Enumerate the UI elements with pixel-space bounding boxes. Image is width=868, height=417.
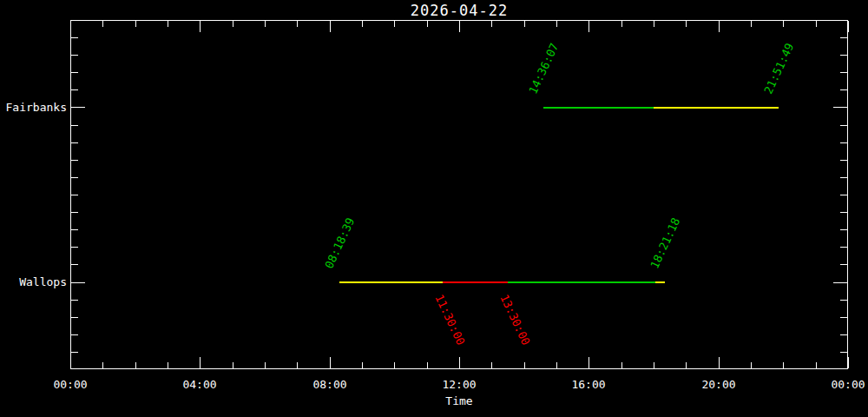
x-minor-tick	[297, 21, 298, 27]
x-minor-tick	[394, 21, 395, 27]
timeline-segment-green	[543, 107, 654, 109]
x-minor-tick	[654, 362, 654, 368]
y-minor-tick	[71, 334, 78, 335]
x-minor-tick	[394, 362, 395, 368]
x-tick-label: 12:00	[442, 378, 476, 391]
x-minor-tick	[102, 362, 103, 368]
y-minor-tick	[71, 37, 78, 38]
x-major-tick	[719, 357, 720, 368]
x-minor-tick	[783, 362, 784, 368]
y-minor-tick	[840, 352, 847, 353]
x-major-tick	[200, 357, 201, 368]
x-minor-tick	[816, 362, 817, 368]
x-tick-label: 00:00	[53, 378, 87, 391]
x-minor-tick	[556, 21, 557, 27]
x-major-tick	[459, 357, 460, 368]
x-tick-label: 00:00	[831, 378, 865, 391]
x-minor-tick	[427, 362, 428, 368]
x-minor-tick	[362, 362, 363, 368]
x-minor-tick	[135, 21, 136, 27]
x-minor-tick	[362, 21, 363, 27]
y-major-tick	[833, 282, 847, 283]
y-minor-tick	[840, 37, 847, 38]
x-minor-tick	[102, 21, 103, 27]
y-minor-tick	[71, 317, 78, 318]
y-minor-tick	[840, 72, 847, 73]
x-minor-tick	[686, 21, 687, 27]
plot-frame	[70, 20, 848, 369]
y-minor-tick	[71, 195, 78, 195]
y-minor-tick	[71, 55, 78, 56]
y-minor-tick	[71, 142, 78, 143]
x-minor-tick	[556, 362, 557, 368]
y-minor-tick	[840, 264, 847, 265]
y-minor-tick	[840, 334, 847, 335]
x-minor-tick	[297, 362, 298, 368]
x-minor-tick	[491, 21, 492, 27]
y-minor-tick	[840, 177, 847, 178]
x-major-tick	[459, 21, 460, 32]
y-minor-tick	[71, 352, 78, 353]
x-minor-tick	[524, 362, 525, 368]
x-major-tick	[330, 357, 331, 368]
y-minor-tick	[71, 177, 78, 178]
x-tick-label: 20:00	[701, 378, 735, 391]
y-minor-tick	[71, 264, 78, 265]
x-minor-tick	[783, 21, 784, 27]
y-minor-tick	[840, 247, 847, 248]
x-tick-label: 08:00	[312, 378, 346, 391]
station-label-fairbanks: Fairbanks	[3, 100, 67, 115]
x-major-tick	[70, 21, 71, 32]
x-minor-tick	[654, 21, 654, 27]
x-major-tick	[200, 21, 201, 32]
y-minor-tick	[840, 55, 847, 56]
x-axis-label: Time	[445, 394, 472, 407]
x-minor-tick	[686, 362, 687, 368]
x-minor-tick	[265, 21, 266, 27]
x-minor-tick	[621, 21, 622, 27]
y-major-tick	[71, 282, 85, 283]
x-minor-tick	[751, 21, 752, 27]
timeline-segment-red	[443, 281, 508, 283]
y-major-tick	[833, 107, 847, 108]
x-minor-tick	[491, 362, 492, 368]
x-major-tick	[589, 21, 589, 32]
timeline-segment-yellow	[654, 107, 779, 109]
y-minor-tick	[840, 89, 847, 90]
y-minor-tick	[840, 229, 847, 230]
y-minor-tick	[71, 300, 78, 301]
y-minor-tick	[840, 125, 847, 126]
x-major-tick	[848, 21, 849, 32]
x-minor-tick	[751, 362, 752, 368]
x-major-tick	[330, 21, 331, 32]
y-minor-tick	[840, 195, 847, 195]
y-minor-tick	[71, 212, 78, 213]
x-major-tick	[848, 357, 849, 368]
x-minor-tick	[427, 21, 428, 27]
x-minor-tick	[233, 362, 233, 368]
y-minor-tick	[71, 89, 78, 90]
station-label-wallops: Wallops	[3, 275, 67, 289]
x-tick-label: 04:00	[182, 378, 216, 391]
y-minor-tick	[840, 160, 847, 161]
y-minor-tick	[840, 317, 847, 318]
x-minor-tick	[265, 362, 266, 368]
timeline-segment-green	[508, 281, 655, 283]
y-minor-tick	[71, 125, 78, 126]
x-minor-tick	[135, 362, 136, 368]
x-major-tick	[719, 21, 720, 32]
x-tick-label: 16:00	[571, 378, 605, 391]
y-minor-tick	[71, 72, 78, 73]
y-minor-tick	[840, 300, 847, 301]
x-minor-tick	[168, 21, 168, 27]
x-minor-tick	[524, 21, 525, 27]
y-minor-tick	[71, 229, 78, 230]
y-minor-tick	[840, 142, 847, 143]
x-minor-tick	[233, 21, 233, 27]
chart-title: 2026-04-22	[70, 2, 848, 19]
timeline-chart: 2026-04-22 Time 00:0004:0008:0012:0016:0…	[0, 0, 868, 417]
x-minor-tick	[621, 362, 622, 368]
x-minor-tick	[816, 21, 817, 27]
x-major-tick	[70, 357, 71, 368]
timeline-segment-yellow	[339, 281, 443, 283]
